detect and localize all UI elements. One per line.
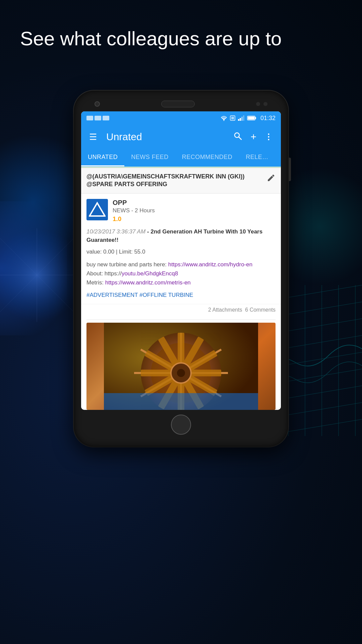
phone-camera xyxy=(95,101,100,107)
status-block-3 xyxy=(103,116,109,120)
page-headline: See what colleagues are up to xyxy=(20,27,342,50)
post-avatar xyxy=(86,199,108,220)
phone-side-button xyxy=(289,158,291,181)
tab-recommended[interactable]: RECOMMENDED xyxy=(175,149,239,166)
comments-count: 6 Comments xyxy=(245,307,276,313)
phone-top-hardware xyxy=(81,101,281,111)
svg-rect-29 xyxy=(248,117,254,120)
search-icon[interactable] xyxy=(232,130,244,144)
svg-point-54 xyxy=(177,369,185,377)
post-header: @(AUSTRIA\GEMEINSCHAFTSKRAFTWERK INN (GK… xyxy=(81,168,281,194)
edit-icon[interactable] xyxy=(267,173,276,184)
tab-bar: UNRATED NEWS FEED RECOMMENDED RELE… xyxy=(81,149,281,167)
battery-icon xyxy=(247,115,256,121)
post-image xyxy=(86,323,276,410)
opp-logo-icon xyxy=(89,201,106,218)
svg-rect-28 xyxy=(255,117,256,119)
menu-icon[interactable]: ☰ xyxy=(88,130,98,144)
post-source: OPP xyxy=(113,199,276,207)
status-block-1 xyxy=(86,116,93,120)
post-rating: 1.0 xyxy=(113,215,276,223)
background-starburst xyxy=(0,228,84,322)
description-prefix: buy new turbine and parts here: xyxy=(86,261,168,268)
post-time: NEWS - 2 Hours xyxy=(113,207,276,214)
svg-rect-23 xyxy=(238,119,239,121)
tab-news-feed[interactable]: NEWS FEED xyxy=(124,149,175,166)
turbine-svg xyxy=(86,323,276,410)
attachments-count: 2 Attachments xyxy=(208,307,242,313)
content-area: @(AUSTRIA\GEMEINSCHAFTSKRAFTWERK INN (GK… xyxy=(81,168,281,410)
tab-rele[interactable]: RELE… xyxy=(239,149,275,166)
sim-icon xyxy=(230,115,236,121)
status-bar-left xyxy=(86,116,109,120)
wifi-icon xyxy=(220,115,228,121)
post-info: OPP NEWS - 2 Hours 1.0 xyxy=(113,199,276,223)
post-link-3[interactable]: https://www.andritz.com/metris-en xyxy=(105,279,191,286)
svg-rect-24 xyxy=(240,118,241,121)
status-block-2 xyxy=(95,116,101,120)
post-meta: OPP NEWS - 2 Hours 1.0 xyxy=(86,199,276,223)
sensor-dot-1 xyxy=(256,102,260,106)
more-options-icon[interactable]: ⋮ xyxy=(263,131,274,143)
post-header-text: @(AUSTRIA\GEMEINSCHAFTSKRAFTWERK INN (GK… xyxy=(86,173,263,189)
post-link-1[interactable]: https://www.andritz.com/hydro-en xyxy=(168,261,252,268)
signal-icon xyxy=(238,115,245,121)
phone-bottom-hardware xyxy=(81,410,281,437)
phone-device: 01:32 ☰ Unrated + ⋮ UNRATED NEWS FEED xyxy=(74,91,288,447)
metris-prefix: Metris: xyxy=(86,279,105,286)
svg-point-20 xyxy=(223,120,224,121)
phone-speaker xyxy=(161,101,195,107)
app-title: Unrated xyxy=(106,131,226,143)
post-content: OPP NEWS - 2 Hours 1.0 10/23/2017 3:36:3… xyxy=(81,194,281,304)
post-value-line: value: 0.00 | Limit: 55.0 xyxy=(86,249,276,255)
status-icons xyxy=(220,115,256,121)
post-body: 10/23/2017 3:36:37 AM - 2nd Generation A… xyxy=(86,227,276,245)
post-tags: #ADVERTISEMENT #OFFLINE TURBINE xyxy=(86,292,276,299)
svg-rect-26 xyxy=(243,115,244,121)
status-bar: 01:32 xyxy=(81,111,281,125)
tab-unrated[interactable]: UNRATED xyxy=(81,149,124,166)
post-date: 10/23/2017 3:36:37 AM xyxy=(86,228,145,235)
phone-home-button[interactable] xyxy=(171,415,191,435)
app-toolbar: ☰ Unrated + ⋮ xyxy=(81,125,281,149)
status-time: 01:32 xyxy=(260,115,276,122)
about-prefix: About: https:// xyxy=(86,270,122,277)
svg-line-31 xyxy=(239,137,241,140)
post-footer: 2 Attachments 6 Comments xyxy=(81,304,281,317)
phone-sensors xyxy=(256,102,267,106)
svg-rect-22 xyxy=(231,117,234,119)
add-icon[interactable]: + xyxy=(249,130,258,144)
svg-rect-55 xyxy=(104,393,258,410)
phone-shell: 01:32 ☰ Unrated + ⋮ UNRATED NEWS FEED xyxy=(74,91,288,447)
phone-screen: 01:32 ☰ Unrated + ⋮ UNRATED NEWS FEED xyxy=(81,111,281,410)
post-image-container xyxy=(86,320,276,410)
post-description: buy new turbine and parts here: https://… xyxy=(86,260,276,287)
sensor-dot-2 xyxy=(263,102,267,106)
post-link-2[interactable]: youtu.be/GhdgkEncq8 xyxy=(122,270,178,277)
svg-rect-25 xyxy=(241,117,243,121)
